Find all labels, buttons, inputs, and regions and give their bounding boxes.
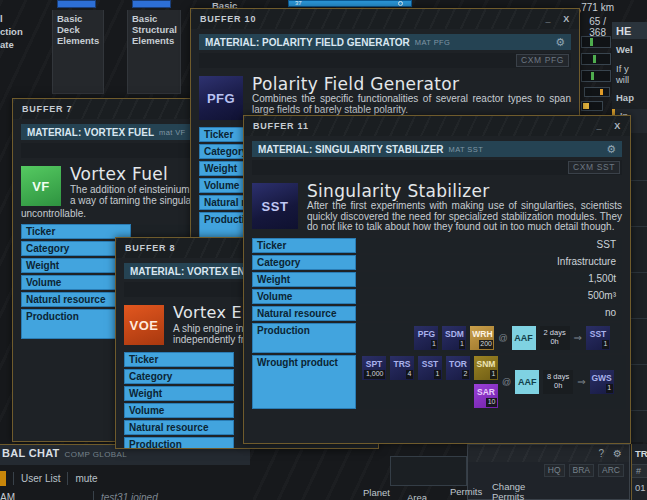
gear-icon[interactable]: ⚙ <box>606 143 616 156</box>
gear-icon[interactable]: ⚙ <box>613 448 622 459</box>
material-chip-wrh[interactable]: WRH200 <box>470 326 494 350</box>
window-title: BUFFER 8 <box>125 243 175 253</box>
row-label: Production <box>252 323 356 353</box>
tra-row[interactable]: 01 <box>632 478 647 493</box>
row-label: Volume <box>252 289 356 304</box>
slider-tick <box>600 89 603 95</box>
help-icon[interactable]: ? <box>598 448 604 459</box>
material-name: Singularity Stabilizer <box>252 181 622 201</box>
chat-event-text: test31 joined <box>101 492 158 500</box>
duration-badge: 8 days0h <box>543 370 573 394</box>
tra-panel: TRA # 01 <box>631 444 647 500</box>
material-chip-trs[interactable]: TRS4 <box>390 356 414 380</box>
hud-slider-5[interactable] <box>581 101 603 111</box>
chip-count: 10 <box>486 398 497 407</box>
divider <box>93 491 94 500</box>
row-label: Volume <box>124 403 234 418</box>
property-table: TickerSST CategoryInfrastructure Weight1… <box>252 238 622 409</box>
voe-material-icon: VOE <box>124 305 164 345</box>
row-label: Ticker <box>252 238 356 253</box>
row-value: 500m³ <box>356 289 622 304</box>
chip-count: 1 <box>602 340 609 349</box>
at-symbol: @ <box>498 333 507 343</box>
slider-tick <box>593 55 596 63</box>
global-chat-panel[interactable]: BAL CHAT COMP GLOBAL User List mute AM t… <box>0 444 250 500</box>
material-header: MATERIAL: SINGULARITY STABILIZER MAT SST… <box>252 141 622 157</box>
cxm-button[interactable]: CXM PFG <box>516 54 569 67</box>
row-label: Natural resource <box>252 306 356 321</box>
vf-material-icon: VF <box>21 166 61 206</box>
column-header-change-permits: Change Permits <box>492 482 525 500</box>
buffer10-titlebar[interactable]: BUFFER 10 _ X <box>191 9 579 29</box>
material-chip-tor[interactable]: TOR2 <box>446 356 470 380</box>
gear-icon[interactable]: ⚙ <box>555 36 565 49</box>
help-panel-title: HE <box>612 22 647 39</box>
slider-fill <box>583 103 589 109</box>
buffer11-titlebar[interactable]: BUFFER 11 _ X <box>244 116 630 136</box>
material-header: MATERIAL: POLARITY FIELD GENERATOR MAT P… <box>199 34 571 50</box>
help-line: Wel <box>612 44 647 55</box>
row-label: Production <box>124 437 234 449</box>
help-line: If y <box>612 63 647 74</box>
input-chip-grid: SPT1,000 TRS4 SST1 TOR2 SNM1 SAR10 <box>362 356 498 408</box>
material-chip-sst[interactable]: SST1 <box>586 326 610 350</box>
hud-slider-3[interactable] <box>581 70 611 82</box>
production-recipe: PFG1 SDM1 WRH200 @ AAF 2 days0h ⇒ SST1 <box>356 323 622 353</box>
hud-slider-1[interactable] <box>581 36 611 48</box>
chip-count: 1 <box>431 340 438 349</box>
top-progress-bar[interactable]: 37 <box>288 0 412 7</box>
material-chip-spt[interactable]: SPT1,000 <box>362 356 386 380</box>
row-label: Natural resource <box>124 420 234 435</box>
building-chip-aaf[interactable]: AAF <box>512 326 536 350</box>
close-button[interactable]: X <box>563 14 570 24</box>
chip-count: 4 <box>406 370 413 379</box>
chat-subtitle: COMP GLOBAL <box>65 450 128 459</box>
material-name: Polarity Field Generator <box>199 74 571 94</box>
tile-partial-left: l ction ate <box>0 12 23 51</box>
building-chip-aaf[interactable]: AAF <box>515 370 539 394</box>
user-list-button[interactable]: User List <box>21 473 60 484</box>
tra-title: TRA <box>632 444 647 459</box>
duration-badge: 2 days0h <box>540 326 570 350</box>
wrought-recipe: SPT1,000 TRS4 SST1 TOR2 SNM1 SAR10 @ AAF… <box>356 355 626 409</box>
window-title: BUFFER 10 <box>200 14 256 24</box>
row-label: Ticker <box>124 352 234 367</box>
tile-basic-structural[interactable]: Basic Structural Elements <box>127 10 181 94</box>
row-label: Category <box>252 255 356 270</box>
material-description: Combines the specific functionalities of… <box>199 94 571 115</box>
cxm-button[interactable]: CXM SST <box>568 161 620 174</box>
progress-ring-icon <box>398 1 403 6</box>
hud-slider-4[interactable] <box>584 87 610 97</box>
background-panel <box>390 456 467 486</box>
material-chip-snm[interactable]: SNM1 <box>474 356 498 380</box>
row-label: Weight <box>124 386 234 401</box>
close-button[interactable]: X <box>614 121 621 131</box>
chip-count: 1 <box>434 370 441 379</box>
hud-slider-2[interactable] <box>581 53 611 65</box>
arc-button[interactable]: ARC <box>598 464 624 477</box>
column-header-planet: Planet <box>363 488 390 498</box>
chat-toolbar: User List mute <box>0 468 250 488</box>
tile-basic-deck[interactable]: Basic Deck Elements <box>52 10 104 94</box>
chat-event-row: AM test31 joined <box>0 491 250 500</box>
mute-button[interactable]: mute <box>75 473 97 484</box>
tra-column-header: # <box>632 464 647 478</box>
pfg-material-icon: PFG <box>199 76 243 120</box>
window-buffer-11[interactable]: BUFFER 11 _ X MATERIAL: SINGULARITY STAB… <box>243 115 631 444</box>
material-chip-pfg[interactable]: PFG1 <box>414 326 438 350</box>
help-line: Hap <box>612 92 647 103</box>
minimize-button[interactable]: _ <box>545 14 551 24</box>
chip-count: 1 <box>490 370 497 379</box>
row-value: 1,500t <box>356 272 622 287</box>
sst-material-icon: SST <box>252 183 298 229</box>
minimize-button[interactable]: _ <box>596 121 602 131</box>
chat-timestamp: AM <box>0 492 15 500</box>
material-chip-sst[interactable]: SST1 <box>418 356 442 380</box>
material-chip-sar[interactable]: SAR10 <box>474 384 498 408</box>
basic-structural-icon <box>132 0 171 8</box>
material-chip-gws[interactable]: GWS1 <box>590 370 614 394</box>
material-chip-sdm[interactable]: SDM1 <box>442 326 466 350</box>
slider-tick <box>590 38 593 46</box>
hq-button[interactable]: HQ <box>544 464 565 477</box>
bra-button[interactable]: BRA <box>569 464 594 477</box>
